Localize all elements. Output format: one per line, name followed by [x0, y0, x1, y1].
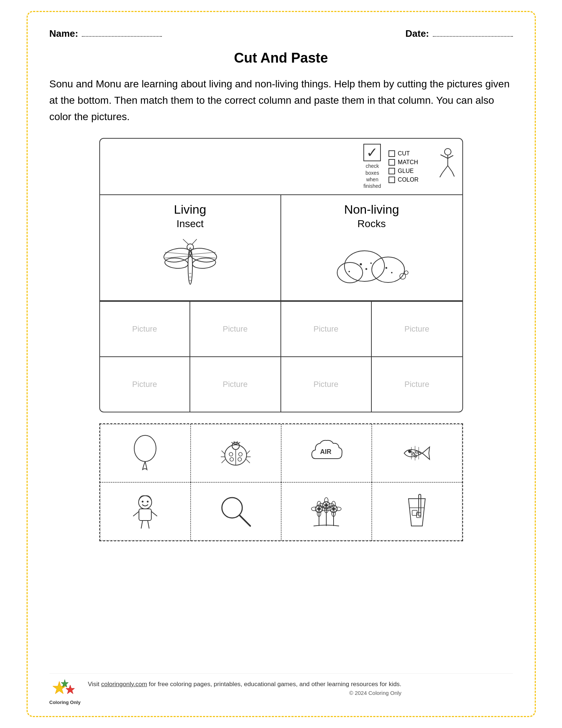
svg-point-23 [344, 251, 384, 281]
living-row-1: Picture Picture [100, 301, 280, 356]
name-input-line[interactable] [82, 27, 162, 37]
svg-point-26 [360, 263, 362, 265]
footer-visit: Visit [88, 681, 101, 688]
footer-after-site: for free coloring pages, printables, edu… [147, 681, 401, 688]
svg-marker-97 [66, 685, 75, 694]
rocks-icon [332, 233, 412, 288]
living-pic-2: Picture [190, 302, 280, 356]
footer-logo: Coloring Only [49, 680, 81, 705]
cut-magnifier[interactable] [191, 482, 281, 541]
cut-boy[interactable] [100, 482, 191, 541]
nonliving-pic-1: Picture [281, 302, 372, 356]
svg-point-13 [192, 257, 216, 269]
living-pic-3: Picture [100, 357, 190, 412]
svg-line-67 [151, 511, 157, 516]
footer: Coloring Only Visit coloringonly.com for… [49, 673, 513, 705]
svg-line-68 [141, 521, 143, 529]
instructions-row: ✓ checkboxeswhenfinished CUT MATCH GLUE [100, 139, 462, 195]
svg-point-56 [416, 451, 418, 453]
svg-point-34 [134, 435, 156, 462]
svg-point-63 [142, 501, 144, 503]
nonliving-subtitle: Rocks [288, 218, 455, 230]
cut-flowers[interactable] [281, 482, 372, 541]
dancer-icon [430, 148, 455, 185]
color-label: COLOR [398, 177, 419, 183]
magnifier-icon [216, 491, 256, 531]
cut-ladybug[interactable] [191, 424, 281, 482]
name-field: Name: [49, 27, 162, 39]
cut-drink[interactable] [372, 482, 462, 541]
svg-point-8 [188, 248, 192, 284]
svg-point-43 [229, 452, 233, 456]
instr-color: COLOR [388, 177, 419, 183]
svg-point-33 [404, 271, 408, 274]
footer-site-link[interactable]: coloringonly.com [101, 681, 147, 688]
instr-cut: CUT [388, 150, 419, 157]
name-label: Name: [49, 28, 78, 39]
svg-line-50 [246, 451, 250, 454]
activity-container: ✓ checkboxeswhenfinished CUT MATCH GLUE [99, 138, 463, 412]
cut-air[interactable]: AIR [281, 424, 372, 482]
svg-point-62 [139, 496, 152, 509]
svg-point-76 [318, 507, 320, 510]
cut-fish[interactable] [372, 424, 462, 482]
svg-line-6 [440, 173, 442, 177]
checkmark-icon: ✓ [363, 144, 381, 161]
living-picture-col: Picture Picture Picture Picture [100, 301, 281, 412]
svg-line-7 [452, 172, 454, 177]
dragonfly-icon [154, 233, 227, 292]
living-title: Living [107, 202, 273, 217]
svg-line-69 [148, 521, 149, 529]
svg-point-55 [412, 453, 414, 455]
picture-label-7: Picture [314, 380, 338, 389]
svg-line-66 [133, 511, 139, 516]
date-input-line[interactable] [433, 27, 513, 37]
nonliving-pic-4: Picture [372, 357, 462, 412]
columns-header-row: Living Insect [100, 195, 462, 301]
air-cloud-icon: AIR [306, 433, 346, 473]
glue-checkbox[interactable] [388, 168, 395, 174]
picture-grid: Picture Picture Picture Picture [100, 301, 462, 412]
picture-label-5: Picture [314, 324, 338, 334]
ladybug-icon [216, 433, 256, 473]
svg-point-28 [370, 262, 372, 264]
svg-line-4 [442, 166, 448, 173]
living-pic-1: Picture [100, 302, 190, 356]
cut-label: CUT [398, 150, 410, 157]
intro-text: Sonu and Monu are learning about living … [49, 76, 513, 125]
svg-point-82 [325, 504, 328, 507]
svg-point-79 [311, 507, 317, 511]
picture-label-6: Picture [404, 324, 429, 334]
svg-line-52 [246, 459, 250, 463]
logo-label: Coloring Only [49, 700, 81, 705]
check-box-area: ✓ checkboxeswhenfinished [363, 144, 381, 189]
fish-icon [397, 433, 437, 473]
svg-point-92 [335, 507, 341, 511]
svg-line-47 [222, 451, 225, 454]
picture-label-2: Picture [223, 324, 247, 334]
cut-checkbox[interactable] [388, 150, 395, 157]
svg-point-45 [230, 458, 234, 461]
svg-point-44 [239, 452, 242, 456]
svg-line-49 [222, 459, 225, 463]
svg-point-24 [372, 257, 404, 282]
nonliving-pic-2: Picture [372, 302, 462, 356]
svg-point-46 [238, 458, 242, 461]
balloon-icon [125, 433, 165, 473]
nonliving-title: Non-living [288, 202, 455, 217]
match-checkbox[interactable] [388, 159, 395, 166]
svg-text:AIR: AIR [320, 448, 331, 455]
color-checkbox[interactable] [388, 177, 395, 183]
nonliving-row-1: Picture Picture [281, 301, 462, 356]
svg-line-3 [448, 155, 453, 158]
picture-label-8: Picture [404, 380, 429, 389]
nonliving-row-2: Picture Picture [281, 356, 462, 412]
cut-balloon[interactable] [100, 424, 191, 482]
svg-rect-65 [139, 509, 151, 521]
footer-copyright: © 2024 Coloring Only [88, 689, 401, 697]
svg-point-29 [385, 267, 387, 269]
nonliving-column: Non-living Rocks [281, 195, 462, 300]
drink-icon [397, 491, 437, 531]
living-pic-4: Picture [190, 357, 280, 412]
picture-label-4: Picture [223, 380, 247, 389]
